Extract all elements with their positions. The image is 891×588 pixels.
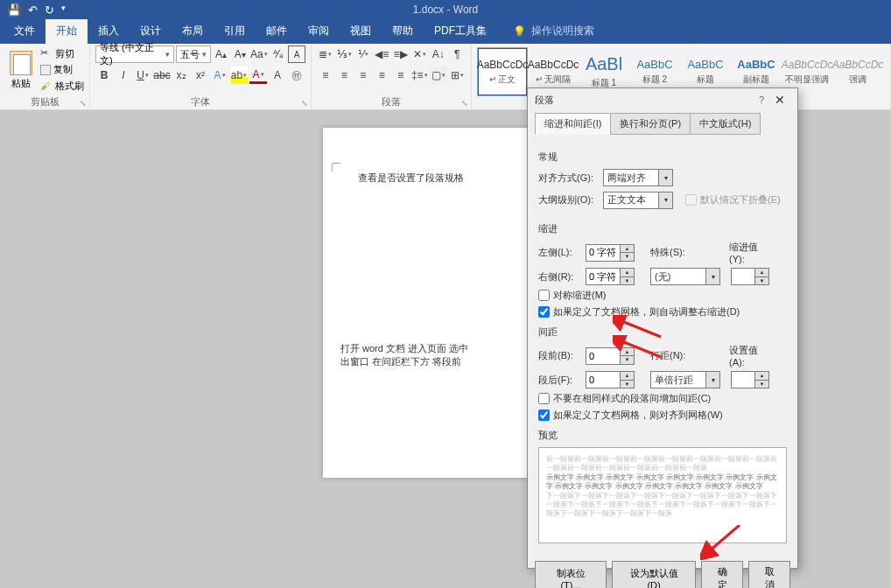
paste-button[interactable]: 粘贴 xyxy=(5,46,37,94)
group-clipboard-label: 剪贴板 xyxy=(0,95,89,108)
strikethrough-button[interactable]: abc xyxy=(153,66,171,84)
font-color-button[interactable]: A▾ xyxy=(249,66,267,84)
tell-me-label: 操作说明搜索 xyxy=(531,24,594,38)
tab-pdf[interactable]: PDF工具集 xyxy=(424,18,497,44)
doc-text-2a: 打开 word 文档 进入页面 选中 xyxy=(340,342,551,355)
tab-references[interactable]: 引用 xyxy=(214,18,256,44)
save-icon[interactable]: 💾 xyxy=(7,4,21,17)
clipboard-launcher-icon[interactable]: ⤡ xyxy=(80,99,87,108)
text-effects-button[interactable]: A▾ xyxy=(211,66,228,84)
paragraph-launcher-icon[interactable]: ⤡ xyxy=(461,99,468,108)
group-clipboard: 粘贴 ✂剪切 复制 🖌格式刷 剪贴板 ⤡ xyxy=(0,44,90,109)
tab-layout[interactable]: 布局 xyxy=(172,18,214,44)
before-spinner[interactable]: ▲▼ xyxy=(586,347,635,365)
tab-help[interactable]: 帮助 xyxy=(382,18,424,44)
doc-text-1: 查看是否设置了段落规格 xyxy=(358,172,551,185)
char-shading-button[interactable]: A xyxy=(269,66,286,84)
shrink-font-button[interactable]: A▾ xyxy=(231,46,249,63)
show-marks-button[interactable]: ¶ xyxy=(449,46,467,63)
copy-button[interactable]: 复制 xyxy=(40,63,84,76)
superscript-button[interactable]: x² xyxy=(192,66,209,84)
bold-button[interactable]: B xyxy=(95,66,113,84)
subscript-button[interactable]: x₂ xyxy=(172,66,190,84)
shading-button[interactable]: ▢▾ xyxy=(430,66,447,84)
alignment-combo[interactable]: 两端对齐▾ xyxy=(603,169,673,186)
dialog-tab-asian[interactable]: 中文版式(H) xyxy=(690,113,761,135)
dialog-tab-breaks[interactable]: 换行和分页(P) xyxy=(610,113,691,135)
format-painter-button[interactable]: 🖌格式刷 xyxy=(40,80,84,93)
distributed-button[interactable]: ≡ xyxy=(392,66,410,84)
cut-button[interactable]: ✂剪切 xyxy=(40,47,84,60)
char-border-button[interactable]: A xyxy=(288,46,305,63)
set-default-button[interactable]: 设为默认值(D) xyxy=(612,561,696,588)
borders-button[interactable]: ⊞▾ xyxy=(449,66,467,84)
dialog-tab-indent[interactable]: 缩进和间距(I) xyxy=(535,113,611,135)
font-size-combo[interactable]: 五号▾ xyxy=(176,46,211,63)
outline-combo[interactable]: 正文文本▾ xyxy=(603,192,673,209)
line-spacing-label: 行距(N): xyxy=(650,349,692,362)
style-item-7[interactable]: AaBbCcDc强调 xyxy=(832,47,883,96)
italic-button[interactable]: I xyxy=(115,66,132,84)
indent-right-spinner[interactable]: ▲▼ xyxy=(586,268,635,285)
brush-icon: 🖌 xyxy=(40,80,53,93)
by-label: 缩进值(Y): xyxy=(729,241,771,264)
bullets-button[interactable]: ≣▾ xyxy=(317,46,334,63)
tell-me-search[interactable]: 💡 操作说明搜索 xyxy=(508,18,600,44)
align-right-button[interactable]: ≡ xyxy=(354,66,372,84)
group-font: 等线 (中文正文)▾ 五号▾ A▴ A▾ Aa▾ ᴬ⁄ₐ A B I U▾ ab… xyxy=(90,44,312,109)
font-launcher-icon[interactable]: ⤡ xyxy=(301,99,308,108)
style-item-0[interactable]: AaBbCcDc↵ 正文 xyxy=(477,47,528,96)
enclose-char-button[interactable]: ㊕ xyxy=(288,66,305,84)
align-left-button[interactable]: ≡ xyxy=(317,66,334,84)
align-center-button[interactable]: ≡ xyxy=(336,66,354,84)
multilevel-button[interactable]: ⅟▾ xyxy=(354,46,372,63)
at-spinner[interactable]: ▲▼ xyxy=(731,371,769,388)
highlight-button[interactable]: ab▾ xyxy=(230,66,248,84)
tab-file[interactable]: 文件 xyxy=(4,18,46,44)
section-spacing: 间距 xyxy=(538,326,787,339)
after-spinner[interactable]: ▲▼ xyxy=(586,371,635,388)
tab-mailings[interactable]: 邮件 xyxy=(256,18,298,44)
asian-layout-button[interactable]: ✕▾ xyxy=(411,46,429,63)
group-font-label: 字体 xyxy=(90,95,311,108)
tab-insert[interactable]: 插入 xyxy=(88,18,130,44)
dialog-titlebar[interactable]: 段落 ? ✕ xyxy=(528,88,797,111)
dialog-help-icon[interactable]: ? xyxy=(754,94,769,105)
sort-button[interactable]: A↓ xyxy=(430,46,447,63)
outline-label: 大纲级别(O): xyxy=(538,193,598,206)
ok-button[interactable]: 确定 xyxy=(701,561,743,588)
group-paragraph: ≣▾ ⅓▾ ⅟▾ ◀≡ ≡▶ ✕▾ A↓ ¶ ≡ ≡ ≡ ≡ ≡ ‡≡▾ ▢▾ … xyxy=(312,44,472,109)
cancel-button[interactable]: 取消 xyxy=(748,561,790,588)
copy-icon xyxy=(40,65,51,75)
font-family-combo[interactable]: 等线 (中文正文)▾ xyxy=(95,46,174,63)
numbering-button[interactable]: ⅓▾ xyxy=(336,46,354,63)
dialog-close-icon[interactable]: ✕ xyxy=(769,93,790,107)
redo-icon[interactable]: ↻ xyxy=(45,4,54,17)
collapse-checkbox[interactable] xyxy=(685,194,697,206)
tab-view[interactable]: 视图 xyxy=(340,18,382,44)
grow-font-button[interactable]: A▴ xyxy=(213,46,230,63)
phonetic-button[interactable]: ᴬ⁄ₐ xyxy=(270,46,287,63)
no-space-same-checkbox[interactable] xyxy=(538,393,550,404)
tab-review[interactable]: 审阅 xyxy=(298,18,340,44)
qat-dropdown-icon[interactable]: ▾ xyxy=(61,4,66,17)
snap-grid-checkbox[interactable] xyxy=(538,410,550,421)
indent-left-spinner[interactable]: ▲▼ xyxy=(586,244,635,262)
grid-indent-checkbox[interactable] xyxy=(538,306,550,318)
paragraph-dialog: 段落 ? ✕ 缩进和间距(I) 换行和分页(P) 中文版式(H) 常规 对齐方式… xyxy=(527,88,798,569)
decrease-indent-button[interactable]: ◀≡ xyxy=(374,46,391,63)
line-spacing-button[interactable]: ‡≡▾ xyxy=(411,66,429,84)
tabs-button[interactable]: 制表位(T)... xyxy=(535,561,607,588)
increase-indent-button[interactable]: ≡▶ xyxy=(392,46,410,63)
justify-button[interactable]: ≡ xyxy=(374,66,391,84)
mirror-checkbox[interactable] xyxy=(538,290,550,301)
before-label: 段前(B): xyxy=(538,349,580,362)
change-case-button[interactable]: Aa▾ xyxy=(250,46,268,63)
by-spinner[interactable]: ▲▼ xyxy=(731,268,769,285)
special-combo[interactable]: (无)▾ xyxy=(650,268,720,285)
underline-button[interactable]: U▾ xyxy=(134,66,151,84)
undo-icon[interactable]: ↶ xyxy=(28,4,38,17)
line-spacing-combo[interactable]: 单倍行距▾ xyxy=(650,371,720,388)
tab-home[interactable]: 开始 xyxy=(46,18,88,44)
tab-design[interactable]: 设计 xyxy=(130,18,172,44)
